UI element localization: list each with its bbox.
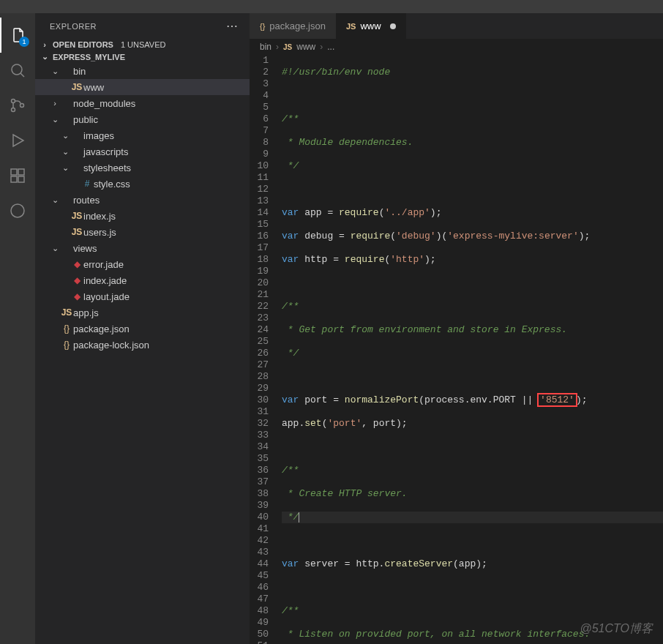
- open-editors-label: OPEN EDITORS: [53, 40, 113, 49]
- explorer-badge: 1: [19, 37, 29, 47]
- remote-activity-icon[interactable]: [0, 193, 35, 228]
- svg-rect-8: [18, 176, 24, 182]
- svg-rect-7: [11, 176, 17, 182]
- tree-file-appjs[interactable]: JSapp.js: [35, 304, 250, 321]
- explorer-sidebar: EXPLORER ⋯ › OPEN EDITORS 1 UNSAVED ⌄ EX…: [35, 13, 250, 644]
- editor-area: {} package.json JS www bin › JS www › ..…: [250, 13, 663, 644]
- svg-rect-9: [18, 169, 24, 175]
- tree-file-indexjs[interactable]: JSindex.js: [35, 208, 250, 224]
- tree-folder-routes[interactable]: ⌄routes: [35, 192, 250, 208]
- port-highlight: '8512': [537, 393, 577, 407]
- breadcrumb-ellipsis[interactable]: ...: [327, 42, 334, 52]
- tab-label: www: [360, 20, 381, 31]
- tree-file-packagejson[interactable]: {}package.json: [35, 321, 250, 337]
- file-tree: ⌄bin JSwww ›node_modules ⌄public ⌄images…: [35, 63, 250, 353]
- editor-tabs: {} package.json JS www: [250, 13, 663, 39]
- open-editors-section[interactable]: › OPEN EDITORS 1 UNSAVED: [35, 39, 250, 50]
- text-cursor: [299, 512, 299, 523]
- tree-folder-bin[interactable]: ⌄bin: [35, 63, 250, 79]
- window-titlebar: [0, 0, 663, 6]
- line-gutter: 1234567891011121314151617181920212223242…: [250, 55, 279, 644]
- sidebar-title: EXPLORER ⋯: [35, 13, 250, 39]
- watermark: @51CTO博客: [580, 621, 653, 637]
- breadcrumbs[interactable]: bin › JS www › ...: [250, 39, 663, 55]
- tree-file-packagelock[interactable]: {}package-lock.json: [35, 337, 250, 353]
- breadcrumb-www[interactable]: www: [296, 42, 315, 52]
- extensions-activity-icon[interactable]: [0, 158, 35, 193]
- svg-point-2: [12, 100, 15, 103]
- project-label: EXPRESS_MYLIVE: [53, 53, 125, 61]
- svg-point-10: [11, 204, 24, 217]
- more-actions-icon[interactable]: ⋯: [226, 19, 239, 33]
- tab-packagejson[interactable]: {} package.json: [250, 13, 336, 39]
- debug-activity-icon[interactable]: [0, 123, 35, 158]
- project-section[interactable]: ⌄ EXPRESS_MYLIVE: [35, 50, 250, 63]
- tree-file-errorjade[interactable]: ◆error.jade: [35, 256, 250, 272]
- search-activity-icon[interactable]: [0, 53, 35, 88]
- menu-bar: [0, 6, 663, 13]
- json-icon: {}: [260, 22, 265, 31]
- svg-point-4: [20, 104, 24, 108]
- tree-folder-images[interactable]: ⌄images: [35, 127, 250, 143]
- tree-file-layoutjade[interactable]: ◆layout.jade: [35, 288, 250, 304]
- svg-point-0: [12, 64, 22, 75]
- chevron-right-icon: ›: [40, 40, 50, 49]
- tree-folder-views[interactable]: ⌄views: [35, 240, 250, 256]
- tree-file-www[interactable]: JSwww: [35, 79, 250, 95]
- js-icon: JS: [346, 22, 356, 31]
- tree-file-usersjs[interactable]: JSusers.js: [35, 224, 250, 240]
- code-editor[interactable]: 1234567891011121314151617181920212223242…: [250, 55, 663, 644]
- dirty-indicator-icon: [390, 23, 396, 29]
- tree-folder-stylesheets[interactable]: ⌄stylesheets: [35, 160, 250, 176]
- explorer-title-label: EXPLORER: [50, 22, 97, 31]
- tab-www[interactable]: JS www: [336, 13, 406, 39]
- code-source[interactable]: #!/usr/bin/env node /** * Module depende…: [279, 55, 663, 644]
- tab-label: package.json: [269, 20, 326, 31]
- scm-activity-icon[interactable]: [0, 88, 35, 123]
- chevron-right-icon: ›: [320, 42, 323, 52]
- svg-marker-5: [13, 135, 23, 146]
- tree-file-indexjade[interactable]: ◆index.jade: [35, 272, 250, 288]
- tree-file-stylecss[interactable]: #style.css: [35, 176, 250, 192]
- chevron-down-icon: ⌄: [40, 52, 50, 61]
- activity-bar: 1: [0, 13, 35, 644]
- svg-line-1: [20, 73, 24, 77]
- svg-point-3: [12, 108, 15, 112]
- breadcrumb-bin[interactable]: bin: [260, 42, 271, 52]
- explorer-activity-icon[interactable]: 1: [0, 18, 35, 53]
- tree-folder-nodemodules[interactable]: ›node_modules: [35, 95, 250, 111]
- unsaved-count: 1 UNSAVED: [121, 40, 166, 49]
- tree-folder-javascripts[interactable]: ⌄javascripts: [35, 143, 250, 160]
- js-icon: JS: [283, 43, 292, 51]
- chevron-right-icon: ›: [276, 42, 279, 52]
- svg-rect-6: [11, 169, 17, 175]
- tree-folder-public[interactable]: ⌄public: [35, 111, 250, 127]
